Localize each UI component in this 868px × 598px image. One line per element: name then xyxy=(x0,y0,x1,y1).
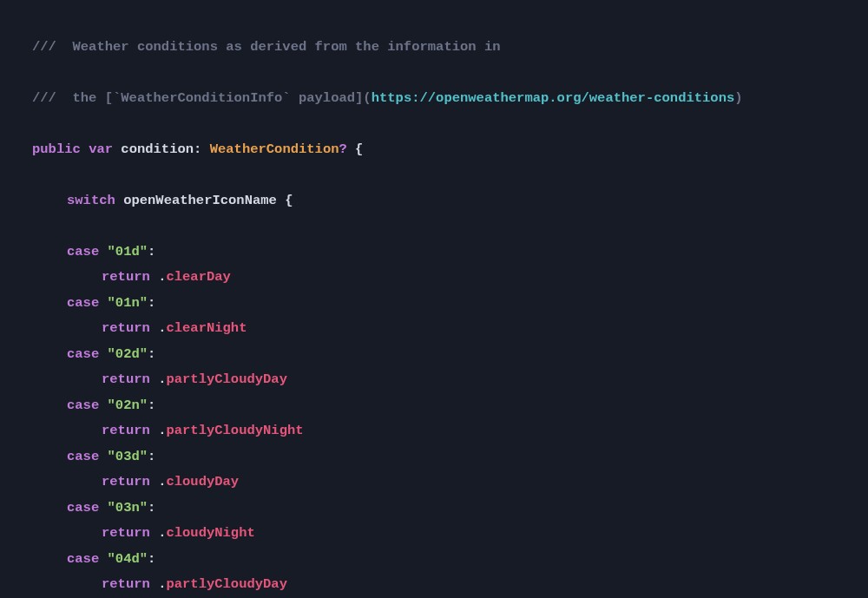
case-label-string: "02d" xyxy=(108,346,148,362)
code-block: /// Weather conditions as derived from t… xyxy=(0,0,868,598)
keyword-return: return xyxy=(102,474,150,490)
keyword-switch: switch xyxy=(67,193,115,208)
comment-text: /// the [`WeatherConditionInfo` payload]… xyxy=(32,90,372,106)
keyword-case: case xyxy=(67,449,99,464)
keyword-return: return xyxy=(102,371,150,387)
keyword-case: case xyxy=(67,398,99,413)
return-line: return .partlyCloudyDay xyxy=(0,367,868,393)
keyword-var: var xyxy=(89,141,113,157)
keyword-case: case xyxy=(67,244,99,260)
keyword-return: return xyxy=(102,423,150,438)
case-label-string: "03d" xyxy=(108,449,148,464)
case-line: case "02n": xyxy=(0,393,868,419)
keyword-case: case xyxy=(67,551,99,567)
keyword-return: return xyxy=(102,320,150,336)
keyword-return: return xyxy=(102,269,150,285)
case-line: case "03n": xyxy=(0,496,868,522)
type-name: WeatherCondition xyxy=(210,141,339,157)
return-line: return .clearNight xyxy=(0,316,868,342)
case-label-string: "04d" xyxy=(108,551,148,567)
enum-member: partlyCloudyDay xyxy=(166,576,287,592)
keyword-case: case xyxy=(67,295,99,311)
comment-line: /// the [`WeatherConditionInfo` payload]… xyxy=(0,86,868,112)
case-line: case "02d": xyxy=(0,342,868,368)
switch-line: switch openWeatherIconName { xyxy=(0,188,868,214)
keyword-public: public xyxy=(32,141,81,157)
case-label-string: "01n" xyxy=(108,295,148,311)
return-line: return .cloudyDay xyxy=(0,470,868,496)
comment-text: /// Weather conditions as derived from t… xyxy=(32,39,501,55)
return-line: return .clearDay xyxy=(0,265,868,291)
keyword-return: return xyxy=(102,525,150,541)
case-label-string: "03n" xyxy=(108,500,148,516)
case-label-string: "02n" xyxy=(108,398,148,413)
var-name: condition xyxy=(121,141,194,157)
declaration-line: public var condition: WeatherCondition? … xyxy=(0,137,868,163)
case-line: case "03d": xyxy=(0,444,868,470)
case-label-string: "01d" xyxy=(108,244,148,260)
keyword-case: case xyxy=(67,500,99,516)
enum-member: clearDay xyxy=(166,269,230,285)
enum-member: cloudyNight xyxy=(166,525,254,541)
doc-link[interactable]: https://openweathermap.org/weather-condi… xyxy=(372,90,735,106)
return-line: return .cloudyNight xyxy=(0,521,868,547)
enum-member: partlyCloudyNight xyxy=(166,423,303,438)
enum-member: clearNight xyxy=(166,320,247,336)
case-line: case "01n": xyxy=(0,291,868,317)
enum-member: partlyCloudyDay xyxy=(166,371,287,387)
comment-text: ) xyxy=(734,90,742,106)
keyword-case: case xyxy=(67,346,99,362)
enum-member: cloudyDay xyxy=(166,474,239,490)
case-line: case "01d": xyxy=(0,240,868,266)
keyword-return: return xyxy=(102,576,150,592)
return-line: return .partlyCloudyNight xyxy=(0,418,868,444)
return-line: return .partlyCloudyDay xyxy=(0,572,868,598)
comment-line: /// Weather conditions as derived from t… xyxy=(0,35,868,61)
switch-expr: openWeatherIconName xyxy=(123,193,277,208)
case-line: case "04d": xyxy=(0,547,868,573)
